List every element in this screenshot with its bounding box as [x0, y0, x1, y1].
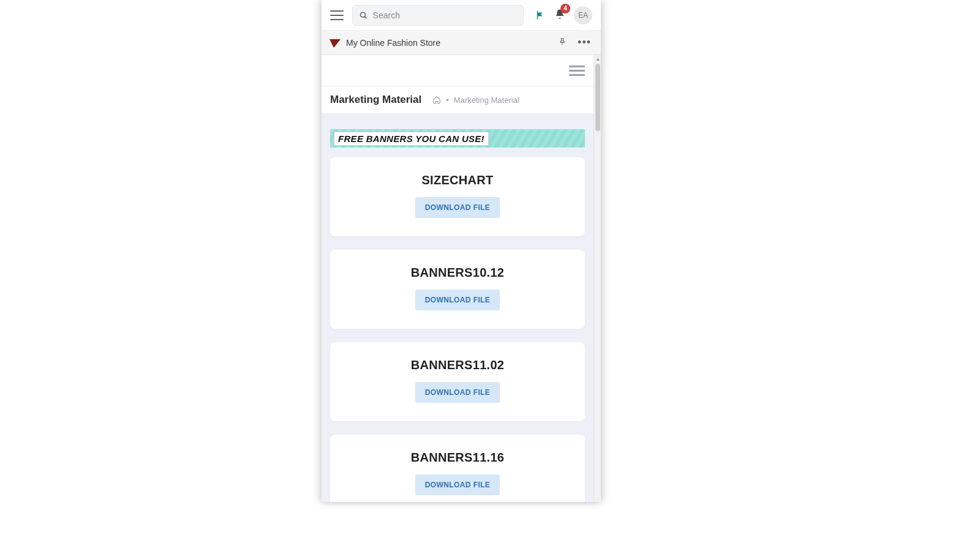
- breadcrumb: • Marketing Material: [432, 96, 519, 105]
- avatar[interactable]: EA: [574, 6, 592, 24]
- promo-banner-text: FREE BANNERS YOU CAN USE!: [334, 132, 489, 146]
- app-title: My Online Fashion Store: [346, 38, 549, 48]
- scrollbar[interactable]: ▴: [594, 55, 601, 502]
- file-card: SIZECHART DOWNLOAD FILE: [330, 157, 585, 236]
- svg-line-1: [364, 16, 366, 18]
- file-card: BANNERS11.02 DOWNLOAD FILE: [330, 342, 585, 421]
- top-bar: 4 EA: [322, 0, 601, 31]
- promo-banner: FREE BANNERS YOU CAN USE!: [330, 129, 585, 148]
- notifications-button[interactable]: 4: [554, 9, 565, 22]
- panel-menu-button[interactable]: [569, 64, 585, 77]
- file-card-title: BANNERS11.16: [340, 451, 575, 465]
- download-button[interactable]: DOWNLOAD FILE: [415, 290, 500, 310]
- sub-header: [322, 55, 594, 86]
- download-button[interactable]: DOWNLOAD FILE: [415, 382, 500, 403]
- search-input[interactable]: [373, 10, 517, 20]
- file-card-title: BANNERS11.02: [340, 358, 575, 372]
- file-card-title: BANNERS10.12: [340, 266, 575, 280]
- pin-icon: [558, 37, 567, 46]
- page-title: Marketing Material: [330, 94, 421, 106]
- scroll-thumb[interactable]: [595, 64, 600, 131]
- content-scroll[interactable]: Marketing Material • Marketing Material …: [322, 55, 594, 502]
- search-icon: [359, 10, 368, 20]
- top-actions: 4 EA: [535, 6, 592, 24]
- app-logo-icon: [329, 37, 340, 48]
- notification-badge: 4: [560, 4, 570, 13]
- file-card-title: SIZECHART: [340, 173, 575, 187]
- file-card: BANNERS10.12 DOWNLOAD FILE: [330, 250, 585, 329]
- file-card: BANNERS11.16 DOWNLOAD FILE: [330, 435, 585, 502]
- breadcrumb-separator: •: [446, 96, 449, 105]
- breadcrumb-current: Marketing Material: [454, 96, 519, 105]
- scroll-up-button[interactable]: ▴: [594, 55, 601, 62]
- download-button[interactable]: DOWNLOAD FILE: [415, 474, 500, 495]
- download-button[interactable]: DOWNLOAD FILE: [415, 197, 500, 218]
- more-icon: •••: [578, 36, 591, 48]
- app-frame: 4 EA My Online Fashion Store ••• Market: [322, 0, 601, 502]
- flag-icon[interactable]: [535, 10, 546, 21]
- menu-button[interactable]: [328, 6, 346, 24]
- home-icon[interactable]: [432, 96, 441, 104]
- pin-button[interactable]: [556, 35, 569, 51]
- svg-point-0: [360, 12, 365, 17]
- search-box[interactable]: [352, 5, 524, 26]
- title-bar: My Online Fashion Store •••: [322, 31, 601, 55]
- more-button[interactable]: •••: [575, 35, 594, 51]
- page-head: Marketing Material • Marketing Material: [322, 86, 594, 113]
- content-wrap: Marketing Material • Marketing Material …: [322, 55, 601, 502]
